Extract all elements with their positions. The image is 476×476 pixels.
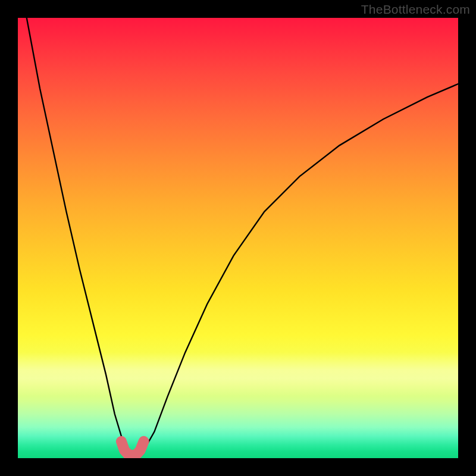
curve-left-branch (27, 18, 130, 454)
plot-area (18, 18, 458, 458)
chart-frame: TheBottleneck.com (0, 0, 476, 476)
curve-layer (18, 18, 458, 458)
curve-bottom-marker (121, 441, 144, 456)
bottleneck-curve (27, 18, 458, 456)
watermark-text: TheBottleneck.com (361, 2, 470, 17)
curve-right-branch (139, 84, 459, 454)
